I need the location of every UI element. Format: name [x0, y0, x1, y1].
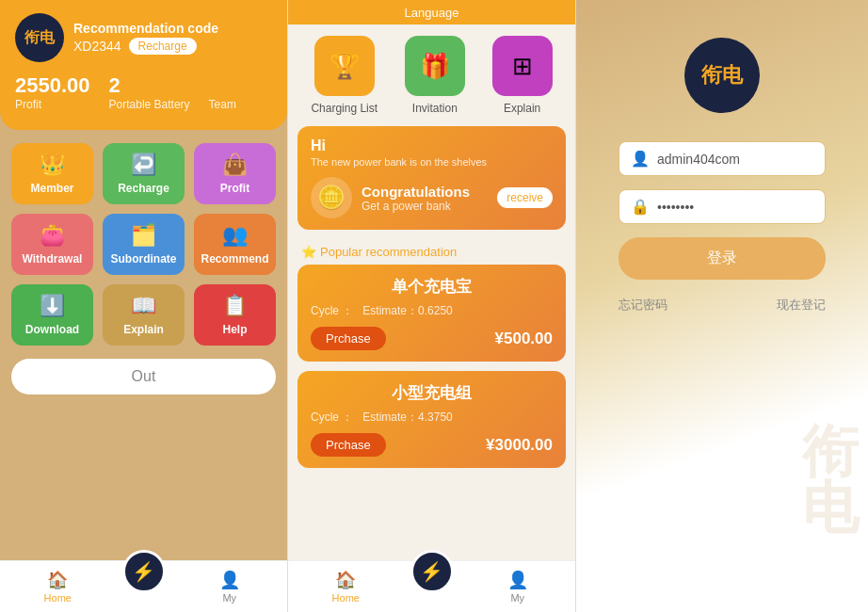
lock-icon: 🔒: [631, 198, 650, 216]
menu-item-member[interactable]: 👑 Member: [11, 143, 93, 204]
trophy-icon: 🏆: [330, 52, 360, 81]
menu-item-help[interactable]: 📋 Help: [194, 284, 276, 346]
product-card-2: 小型充电组 Cycle ： Estimate：4.3750 Prchase ¥3…: [297, 371, 566, 468]
product2-price: ¥3000.00: [486, 436, 553, 455]
login-links: 忘记密码 现在登记: [619, 297, 826, 314]
profit-value: 2550.00: [15, 73, 90, 98]
charging-list-icon-box: 🏆: [314, 36, 375, 96]
profile-info: Recommendation code XD2344 Recharge: [73, 21, 272, 55]
panel3-avatar: 衔电: [684, 38, 760, 113]
username-input[interactable]: [657, 152, 822, 167]
user-field-icon: 👤: [631, 150, 650, 168]
menu-item-profit[interactable]: 👜 Profit: [194, 143, 276, 204]
login-form: 👤 🔒 登录 忘记密码 现在登记: [619, 141, 826, 314]
login-button[interactable]: 登录: [619, 237, 826, 280]
register-link[interactable]: 现在登记: [777, 297, 826, 314]
product2-cycle: Cycle ： Estimate：4.3750: [311, 410, 553, 426]
promo-text: Congratulations Get a power bank: [362, 184, 488, 213]
menu-item-explain[interactable]: 📖 Explain: [103, 284, 185, 346]
avatar: 衔电: [15, 13, 64, 62]
coin-icon: 🪙: [311, 177, 352, 218]
team-stat: Team: [209, 73, 236, 111]
menu-label-member: Member: [30, 182, 73, 195]
out-button[interactable]: Out: [11, 359, 276, 395]
nav-my[interactable]: 👤 My: [172, 561, 288, 612]
menu-item-subordinate[interactable]: 🗂️ Subordinate: [103, 214, 185, 275]
forgot-password-link[interactable]: 忘记密码: [619, 297, 667, 314]
product2-footer: Prchase ¥3000.00: [311, 433, 553, 457]
menu-item-withdrawal[interactable]: 👛 Withdrawal: [11, 214, 93, 275]
popular-label: ⭐ Popular recommendation: [288, 239, 575, 265]
password-input[interactable]: [657, 200, 822, 215]
menu-label-recommend: Recommend: [201, 252, 268, 266]
panel2-nav-my-label: My: [510, 592, 524, 604]
promo-banner: Hi The new power bank is on the shelves …: [297, 126, 566, 230]
battery-stat: 2 Portable Battery: [109, 73, 190, 111]
rec-code-value: XD2344: [73, 39, 121, 54]
home-header: 衔电 Recommendation code XD2344 Recharge 2…: [0, 0, 287, 130]
menu-label-recharge: Recharge: [118, 182, 169, 195]
panel2-home-icon: 🏠: [335, 570, 356, 590]
menu-label-help: Help: [222, 323, 247, 336]
explain-label: Explain: [504, 102, 540, 115]
receive-button[interactable]: receive: [497, 187, 553, 208]
panel2-user-icon: 👤: [507, 570, 528, 590]
recharge-button[interactable]: Recharge: [129, 38, 197, 55]
password-field: 🔒: [619, 189, 826, 224]
explain-icon: 📖: [131, 294, 156, 318]
menu-item-recharge[interactable]: ↩️ Recharge: [103, 143, 185, 204]
lightning-button[interactable]: ⚡: [122, 550, 166, 593]
menu-item-recommend[interactable]: 👥 Recommend: [194, 214, 276, 275]
profile-row: 衔电 Recommendation code XD2344 Recharge: [15, 13, 272, 62]
withdrawal-icon: 👛: [40, 223, 65, 248]
panel-home: 衔电 Recommendation code XD2344 Recharge 2…: [0, 0, 287, 612]
product-card-1: 单个充电宝 Cycle ： Estimate：0.6250 Prchase ¥5…: [297, 265, 566, 362]
congrats-desc: Get a power bank: [362, 200, 488, 213]
star-icon: ⭐: [301, 245, 316, 259]
profit-label: Profit: [15, 98, 90, 111]
crown-icon: 👑: [40, 153, 65, 177]
battery-label: Portable Battery: [109, 98, 190, 111]
menu-label-withdrawal: Withdrawal: [23, 252, 83, 266]
battery-value: 2: [109, 73, 190, 98]
download-icon: ⬇️: [40, 294, 65, 318]
menu-label-profit: Profit: [220, 182, 249, 195]
explain2-icon: ⊞: [512, 52, 533, 81]
purchase-btn-2[interactable]: Prchase: [311, 433, 386, 457]
invitation-icon: 🎁: [420, 52, 450, 81]
product1-name: 单个充电宝: [311, 276, 553, 298]
nav-home[interactable]: 🏠 Home: [0, 561, 116, 612]
explain-item[interactable]: ⊞ Explain: [492, 36, 553, 115]
panel2-lightning-button[interactable]: ⚡: [410, 550, 454, 593]
invitation-icon-box: 🎁: [405, 36, 465, 96]
product1-price: ¥500.00: [495, 330, 553, 348]
panel2-bottom-nav: 🏠 Home ⚡ 👤 My: [288, 560, 575, 612]
recharge-icon: ↩️: [131, 153, 156, 177]
nav-my-label: My: [222, 592, 236, 604]
panel-store: Language 🏆 Charging List 🎁 Invitation ⊞ …: [287, 0, 576, 612]
invitation-item[interactable]: 🎁 Invitation: [405, 36, 465, 115]
explain-icon-box: ⊞: [492, 36, 553, 96]
purchase-btn-1[interactable]: Prchase: [311, 327, 386, 350]
nav-home-label: Home: [44, 592, 72, 604]
charging-list-item[interactable]: 🏆 Charging List: [311, 36, 378, 115]
bottom-nav: 🏠 Home ⚡ 👤 My: [0, 560, 287, 612]
congrats-title: Congratulations: [362, 184, 488, 200]
username-field: 👤: [619, 141, 826, 176]
team-value: [209, 73, 236, 98]
promo-subtitle: The new power bank is on the shelves: [311, 156, 553, 168]
language-bar: Language: [288, 0, 575, 24]
team-label: Team: [209, 98, 236, 111]
product1-footer: Prchase ¥500.00: [311, 327, 553, 350]
panel-login: 衔电 衔电 👤 🔒 登录 忘记密码 现在登记: [576, 0, 868, 612]
recommend-icon: 👥: [222, 223, 248, 248]
panel2-nav-home[interactable]: 🏠 Home: [288, 561, 404, 612]
user-icon: 👤: [219, 570, 240, 590]
home-icon: 🏠: [47, 570, 68, 590]
menu-item-download[interactable]: ⬇️ Download: [11, 284, 93, 346]
menu-label-download: Download: [25, 323, 79, 336]
language-label: Language: [405, 6, 459, 20]
watermark: 衔电: [802, 424, 859, 537]
panel2-nav-my[interactable]: 👤 My: [460, 561, 576, 612]
invitation-label: Invitation: [412, 102, 458, 115]
